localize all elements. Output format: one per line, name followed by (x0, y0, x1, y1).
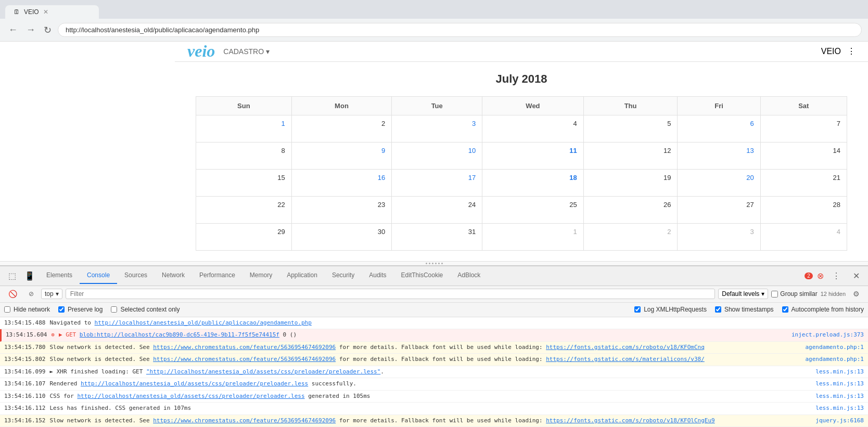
tab-elements[interactable]: Elements (39, 267, 80, 284)
log-link2[interactable]: https://fonts.gstatic.com/s/materialicon… (546, 356, 705, 363)
inspect-element-button[interactable]: ⬚ (4, 268, 20, 284)
log-link[interactable]: "http://localhost/anestesia_old/assets/c… (146, 368, 380, 375)
context-selector[interactable]: top ▾ (41, 289, 62, 299)
hide-network-option[interactable]: Hide network (4, 306, 50, 313)
autocomplete-checkbox[interactable] (782, 306, 788, 313)
address-bar[interactable] (58, 23, 862, 37)
log-source[interactable]: less.min.js:13 (815, 380, 864, 389)
selected-context-checkbox[interactable] (111, 306, 117, 313)
back-button[interactable]: ← (6, 22, 20, 37)
calendar-day-cell[interactable]: 17 (392, 169, 482, 196)
calendar-day-cell: 14 (760, 142, 847, 169)
log-source[interactable]: less.min.js:13 (815, 392, 864, 401)
log-entry: 13:54:16.112Less has finished. CSS gener… (0, 403, 868, 415)
forward-button[interactable]: → (24, 22, 37, 37)
tab-adblock[interactable]: AdBlock (450, 267, 488, 284)
selected-context-option[interactable]: Selected context only (111, 306, 180, 313)
tab-editthiscookie[interactable]: EditThisCookie (394, 267, 451, 284)
calendar-day-cell: 3 (678, 223, 760, 250)
calendar-title: July 2018 (196, 72, 847, 86)
log-source[interactable]: agendamento.php:1 (805, 355, 864, 364)
log-source[interactable]: jquery.js:6168 (815, 417, 864, 425)
preserve-log-checkbox[interactable] (58, 306, 65, 313)
levels-selector[interactable]: Default levels ▾ (718, 289, 768, 299)
group-similar-checkbox[interactable] (771, 291, 778, 297)
log-link[interactable]: http://localhost/anestesia_old/public/ap… (95, 319, 312, 326)
nav-cadastro[interactable]: CADASTRO ▾ (223, 47, 270, 56)
log-time: 13:54:16.112 (4, 404, 45, 413)
calendar-day-cell[interactable]: 6 (678, 115, 760, 142)
log-link[interactable]: blob:http://localhost/cac9b890-dc65-419e… (80, 331, 279, 338)
log-xhr-option[interactable]: Log XMLHttpRequests (634, 306, 707, 313)
log-link[interactable]: https://www.chromestatus.com/feature/563… (153, 344, 336, 351)
log-link[interactable]: https://www.chromestatus.com/feature/563… (153, 356, 336, 363)
tab-network[interactable]: Network (155, 267, 192, 284)
tab-application[interactable]: Application (279, 267, 325, 284)
tab-memory[interactable]: Memory (242, 267, 279, 284)
log-link2[interactable]: https://fonts.gstatic.com/s/roboto/v18/K… (546, 344, 705, 351)
calendar-day-cell[interactable]: 18 (482, 169, 583, 196)
log-time: 13:54:16.110 (4, 392, 45, 401)
devtools-splitter[interactable] (0, 261, 868, 265)
tab-close-icon[interactable]: ✕ (43, 8, 48, 16)
calendar-table: Sun Mon Tue Wed Thu Fri Sat 123456789101… (196, 96, 847, 251)
log-source[interactable]: inject.preload.js:373 (792, 331, 864, 340)
browser-tab[interactable]: 🗓 VEIO ✕ (5, 5, 99, 19)
calendar-day-cell[interactable]: 1 (196, 115, 292, 142)
browser-tabs: 🗓 VEIO ✕ (0, 0, 868, 19)
device-toolbar-button[interactable]: 📱 (20, 268, 39, 284)
calendar-day-cell[interactable]: 11 (482, 142, 583, 169)
show-timestamps-option[interactable]: Show timestamps (715, 306, 774, 313)
log-entry: 13:54:16.152Slow network is detected. Se… (0, 415, 868, 428)
calendar-day-cell: 1 (482, 223, 583, 250)
show-timestamps-checkbox[interactable] (715, 306, 721, 313)
more-icon[interactable]: ⋮ (847, 46, 856, 56)
tab-security[interactable]: Security (325, 267, 362, 284)
calendar-day-cell[interactable]: 9 (291, 142, 391, 169)
log-link[interactable]: http://localhost/anestesia_old/assets/cs… (81, 380, 308, 387)
calendar-week-row: 2930311234 (196, 223, 847, 250)
filter-toggle-button[interactable]: ⊘ (24, 287, 38, 301)
calendar-day-cell[interactable]: 16 (291, 169, 391, 196)
tab-title: VEIO (24, 8, 39, 16)
tab-performance[interactable]: Performance (192, 267, 242, 284)
app-logo: veio (187, 42, 215, 61)
reload-button[interactable]: ↻ (42, 22, 54, 38)
preserve-log-option[interactable]: Preserve log (58, 306, 103, 313)
calendar-day-cell[interactable]: 3 (392, 115, 482, 142)
console-filter-input[interactable] (66, 289, 716, 299)
log-link2[interactable]: https://fonts.gstatic.com/s/roboto/v18/K… (546, 417, 715, 424)
calendar-day-cell[interactable]: 13 (678, 142, 760, 169)
log-entry: 13:54:15.780Slow network is detected. Se… (0, 342, 868, 354)
calendar-day-cell[interactable]: 10 (392, 142, 482, 169)
log-xhr-checkbox[interactable] (634, 306, 641, 313)
devtools-more-button[interactable]: ⋮ (828, 268, 845, 284)
log-link[interactable]: https://www.chromestatus.com/feature/563… (153, 417, 336, 424)
devtools-close-button[interactable]: ✕ (849, 268, 864, 284)
log-source[interactable]: agendamento.php:1 (805, 343, 864, 352)
log-time: 13:54:15.780 (4, 343, 45, 352)
log-entry: 13:54:16.110CSS for http://localhost/ane… (0, 391, 868, 403)
clear-console-button[interactable]: 🚫 (4, 287, 21, 301)
tab-audits[interactable]: Audits (362, 267, 393, 284)
browser-toolbar: ← → ↻ (0, 19, 868, 42)
calendar-day-cell: 22 (196, 196, 292, 223)
log-message: Less has finished. CSS generated in 107m… (49, 404, 811, 413)
log-source[interactable]: less.min.js:13 (815, 404, 864, 413)
log-entry: 13:54:15.802Slow network is detected. Se… (0, 354, 868, 366)
group-similar-label[interactable]: Group similar (771, 290, 817, 297)
preserve-log-label: Preserve log (68, 306, 103, 313)
log-link[interactable]: http://localhost/anestesia_old/assets/cs… (77, 393, 304, 399)
calendar-day-cell[interactable]: 20 (678, 169, 760, 196)
error-badge: 2 (805, 273, 813, 279)
log-entry: 13:54:15.604⊗▶ GET blob:http://localhost… (0, 329, 868, 342)
tab-console[interactable]: Console (80, 267, 117, 284)
tab-sources[interactable]: Sources (117, 267, 155, 284)
log-source[interactable]: less.min.js:13 (815, 368, 864, 377)
settings-icon[interactable]: ⚙ (849, 287, 864, 301)
autocomplete-option[interactable]: Autocomplete from history (782, 306, 864, 313)
log-time: 13:54:16.152 (4, 417, 45, 425)
col-thu: Thu (583, 96, 678, 115)
hide-network-checkbox[interactable] (4, 306, 10, 313)
col-mon: Mon (291, 96, 391, 115)
